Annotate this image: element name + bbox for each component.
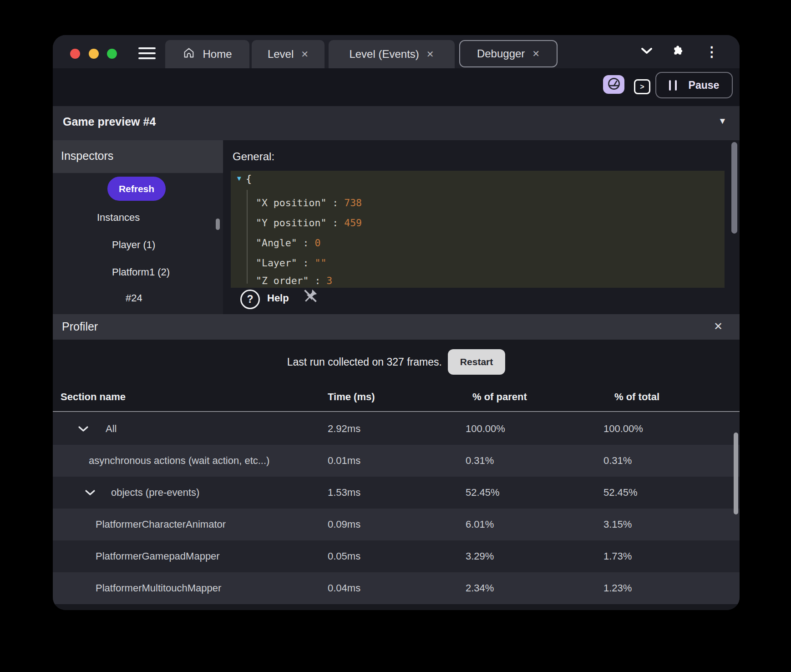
percent-total-value: 100.00% <box>603 423 643 435</box>
json-property: "Z order" : 3 <box>256 275 332 286</box>
section-name: asynchronous actions (wait action, etc..… <box>89 455 269 467</box>
window-zoom-button[interactable] <box>107 49 117 59</box>
speedometer-icon <box>607 77 621 92</box>
general-scrollbar-thumb[interactable] <box>731 142 737 234</box>
percent-parent-value: 0.31% <box>466 455 494 467</box>
column-header-percent-parent: % of parent <box>472 391 527 403</box>
close-icon[interactable]: ✕ <box>532 48 540 59</box>
percent-parent-value: 6.01% <box>466 519 494 530</box>
unpin-icon[interactable] <box>301 287 319 307</box>
tab-label: Level (Events) <box>349 48 419 61</box>
inspectors-title: Inspectors <box>61 149 113 163</box>
json-property: "X position" : 738 <box>256 197 362 209</box>
pause-button-label: Pause <box>689 79 720 92</box>
percent-total-value: 52.45% <box>603 487 638 499</box>
tab-bar: Home Level ✕ Level (Events) ✕ Debugger ✕… <box>53 35 740 68</box>
tab-label: Home <box>203 48 232 61</box>
home-icon <box>183 46 195 62</box>
tab-bar-actions: ⋮ <box>635 35 740 68</box>
pause-icon <box>669 80 677 91</box>
pause-button[interactable]: Pause <box>655 72 733 98</box>
tab-home[interactable]: Home <box>165 40 249 68</box>
close-icon[interactable]: ✕ <box>714 320 723 333</box>
percent-parent-value: 3.29% <box>466 550 494 562</box>
inspectors-scrollbar-thumb[interactable] <box>216 219 220 230</box>
console-prompt-icon: > <box>640 83 644 91</box>
percent-total-value: 0.31% <box>603 455 632 467</box>
time-value: 0.09ms <box>328 519 360 530</box>
general-title: General: <box>233 150 274 163</box>
table-row[interactable]: PlatformerCharacterAnimator 0.09ms 6.01%… <box>53 509 740 540</box>
percent-total-value: 1.23% <box>603 582 632 594</box>
tab-debugger[interactable]: Debugger ✕ <box>459 40 558 67</box>
column-header-percent-total: % of total <box>614 391 659 403</box>
section-name: PlatformerGamepadMapper <box>96 550 220 562</box>
profiler-status-text: Last run collected on 327 frames. <box>287 356 442 368</box>
tab-label: Debugger <box>477 47 525 60</box>
debugger-toolbar: > Pause <box>53 68 740 106</box>
chevron-down-icon[interactable] <box>641 47 653 56</box>
inspector-item-platform1[interactable]: Platform1 (2) <box>112 266 170 278</box>
tab-level[interactable]: Level ✕ <box>252 40 325 68</box>
inspector-item-player[interactable]: Player (1) <box>112 239 155 251</box>
game-preview-header[interactable]: Game preview #4 ▼ <box>53 106 740 141</box>
json-open-brace: { <box>246 173 252 184</box>
json-property: "Layer" : "" <box>256 257 326 269</box>
kebab-menu-icon[interactable]: ⋮ <box>705 45 719 59</box>
json-property: "Y position" : 459 <box>256 217 362 229</box>
help-question-icon[interactable]: ? <box>240 290 260 309</box>
time-value: 1.53ms <box>328 487 360 499</box>
section-name: All <box>106 423 117 435</box>
game-preview-title: Game preview #4 <box>63 115 156 128</box>
window-minimize-button[interactable] <box>89 49 99 59</box>
inspector-item-instance-24[interactable]: #24 <box>126 292 142 304</box>
table-row[interactable]: All 2.92ms 100.00% 100.00% <box>53 413 740 445</box>
expand-triangle-icon[interactable]: ▼ <box>236 174 243 182</box>
profiler-scrollbar-thumb[interactable] <box>734 433 738 514</box>
collapse-triangle-icon[interactable]: ▼ <box>718 116 727 126</box>
profiler-panel: Last run collected on 327 frames. Restar… <box>53 340 740 610</box>
inspector-item-instances[interactable]: Instances <box>97 212 140 224</box>
percent-total-value: 1.73% <box>603 550 632 562</box>
table-row[interactable]: objects (pre-events) 1.53ms 52.45% 52.45… <box>53 477 740 509</box>
general-panel: General: ▼ { "X position" : 738 "Y posit… <box>223 140 740 314</box>
chevron-down-icon[interactable] <box>85 487 96 499</box>
hamburger-menu-icon[interactable] <box>138 47 156 60</box>
section-name: PlatformerMultitouchMapper <box>96 582 221 594</box>
profiler-speedometer-button[interactable] <box>603 75 624 94</box>
time-value: 2.92ms <box>328 423 360 435</box>
close-icon[interactable]: ✕ <box>301 49 309 60</box>
time-value: 0.05ms <box>328 550 360 562</box>
column-header-time: Time (ms) <box>328 391 375 403</box>
window-close-button[interactable] <box>70 49 80 59</box>
extensions-puzzle-icon[interactable] <box>673 45 685 59</box>
time-value: 0.01ms <box>328 455 360 467</box>
restart-button[interactable]: Restart <box>448 349 505 375</box>
app-window: Home Level ✕ Level (Events) ✕ Debugger ✕… <box>53 35 740 610</box>
table-row[interactable]: PlatformerGamepadMapper 0.05ms 3.29% 1.7… <box>53 540 740 572</box>
profiler-status-row: Last run collected on 327 frames. Restar… <box>53 349 740 375</box>
table-row[interactable]: PlatformerMultitouchMapper 0.04ms 2.34% … <box>53 572 740 604</box>
percent-parent-value: 100.00% <box>466 423 505 435</box>
help-link[interactable]: Help <box>267 292 289 304</box>
percent-parent-value: 2.34% <box>466 582 494 594</box>
column-header-section-name: Section name <box>61 391 126 403</box>
tab-level-events[interactable]: Level (Events) ✕ <box>329 40 455 68</box>
json-inspector: ▼ { "X position" : 738 "Y position" : 45… <box>231 171 725 288</box>
inspectors-header: Inspectors <box>53 140 223 173</box>
section-name: PlatformerCharacterAnimator <box>96 519 226 530</box>
close-icon[interactable]: ✕ <box>426 49 434 60</box>
console-button[interactable]: > <box>634 79 650 94</box>
profiler-header: Profiler ✕ <box>53 314 740 340</box>
json-property: "Angle" : 0 <box>256 237 320 249</box>
refresh-button[interactable]: Refresh <box>107 177 166 201</box>
chevron-down-icon[interactable] <box>78 423 89 435</box>
inspectors-panel: Refresh Instances Player (1) Platform1 (… <box>53 173 223 314</box>
section-name: objects (pre-events) <box>111 487 199 499</box>
indent-guide <box>247 190 248 284</box>
percent-total-value: 3.15% <box>603 519 632 530</box>
percent-parent-value: 52.45% <box>466 487 500 499</box>
table-divider <box>53 411 740 412</box>
tab-label: Level <box>268 48 294 61</box>
table-row[interactable]: asynchronous actions (wait action, etc..… <box>53 445 740 477</box>
